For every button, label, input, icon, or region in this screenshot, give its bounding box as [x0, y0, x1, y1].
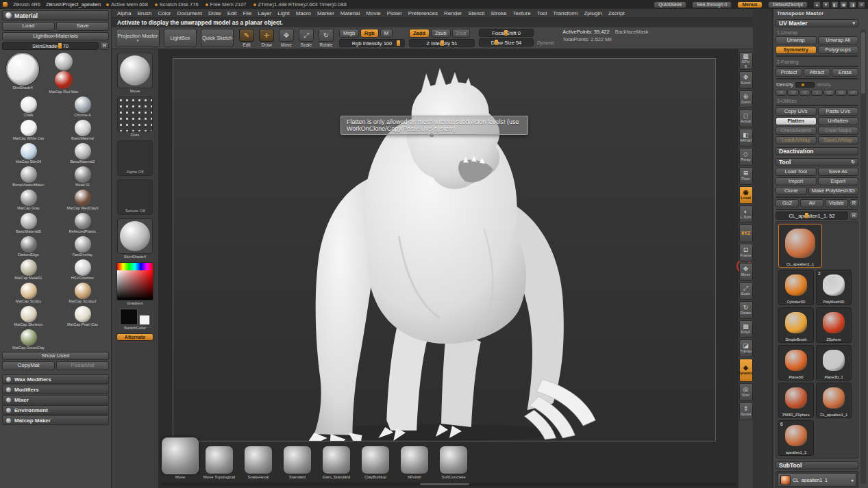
- refresh-icon[interactable]: ↻: [851, 159, 855, 165]
- density-control[interactable]: Density density.: [776, 81, 858, 88]
- projection-master-button[interactable]: Projection Master ▼: [116, 29, 160, 47]
- viewport-control-button[interactable]: ◐ L.Sym: [739, 205, 753, 223]
- scrollbar-handle[interactable]: [861, 32, 865, 94]
- transpose-master-title[interactable]: Transpose Master: [777, 10, 858, 16]
- material-swatch[interactable]: MatCap GreenClay: [2, 329, 55, 350]
- material-swatch[interactable]: MatCap WedClay0: [56, 189, 109, 211]
- main-color-swatch[interactable]: [120, 309, 138, 325]
- material-swatch[interactable]: MatCap Sculpy2: [56, 282, 109, 304]
- viewport-control-button[interactable]: ◎ Solo: [739, 383, 753, 401]
- material-load-button[interactable]: Load: [2, 22, 55, 31]
- brush-tray-item[interactable]: ClayBuildup: [358, 446, 393, 480]
- color-picker[interactable]: Gradient: [116, 262, 153, 305]
- attract-from-ambient-occlusion-button[interactable]: AttractFromAmbientOccl: [776, 78, 858, 79]
- current-material-slider[interactable]: SkinShade4. 70: [2, 42, 99, 50]
- menu-item[interactable]: Picker: [387, 10, 402, 16]
- density-multiplier-button[interactable]: /3: [787, 90, 798, 96]
- menu-item[interactable]: Color: [158, 10, 171, 16]
- brush-selector[interactable]: Move: [117, 53, 153, 93]
- zsub-button[interactable]: Zsub: [431, 29, 451, 38]
- unwrap-button[interactable]: Unwrap: [776, 36, 817, 44]
- density-multiplier-button[interactable]: x3: [835, 90, 846, 96]
- rgb-button[interactable]: Rgb: [360, 29, 379, 38]
- show-used-button[interactable]: Show Used: [2, 352, 109, 360]
- pastemat-button[interactable]: PasteMat: [56, 361, 109, 370]
- brush-tray-item[interactable]: Move Topological: [202, 446, 236, 480]
- viewport-control-button[interactable]: ⇕ Xpose: [739, 402, 753, 420]
- slider-handle[interactable]: [397, 40, 400, 46]
- slider-handle[interactable]: [441, 40, 444, 46]
- viewport-control-button[interactable]: ◈ Dynamic: [739, 359, 753, 382]
- mode-button[interactable]: ⤢ Scale: [297, 29, 315, 47]
- material-selector[interactable]: SkinShade4: [117, 218, 153, 259]
- viewport-control-button[interactable]: ↻ Rotate: [739, 301, 753, 319]
- menu-item[interactable]: Brush: [137, 10, 151, 16]
- tool-thumbnail[interactable]: Cylinder3D: [778, 270, 814, 305]
- erase-button[interactable]: Erase: [832, 68, 858, 77]
- material-section-header[interactable]: Mixer: [2, 395, 109, 404]
- tool-thumbnail[interactable]: CL_apealien1_1: [816, 383, 852, 418]
- brush-tray-item[interactable]: SoftConcrete: [436, 446, 471, 480]
- mode-button[interactable]: ↻ Rotate: [317, 29, 335, 47]
- lightbox-materials-button[interactable]: Lightbox›Materials: [2, 32, 109, 40]
- material-swatch[interactable]: Metal 01: [56, 166, 109, 188]
- menu-item[interactable]: Marker: [317, 10, 334, 16]
- tool-palette-header[interactable]: Tool ↻: [776, 158, 858, 166]
- symmetry-button[interactable]: Symmetry: [776, 46, 817, 54]
- window-control-icon[interactable]: ▼: [822, 1, 830, 8]
- save-as-button[interactable]: Save As: [818, 168, 859, 176]
- m-button[interactable]: M: [380, 29, 393, 38]
- goz-all-button[interactable]: All: [800, 199, 823, 207]
- menu-item[interactable]: Zplugin: [584, 10, 602, 16]
- tool-thumbnail[interactable]: 2 PolyMesh3D: [816, 270, 852, 305]
- quick-sketch-button[interactable]: Quick Sketch: [201, 29, 234, 47]
- menu-item[interactable]: Zscript: [608, 10, 625, 16]
- current-tool-slider[interactable]: CL_apealien1_1. 52: [776, 211, 848, 220]
- visibility-eye-icon[interactable]: ●: [851, 478, 854, 483]
- menu-item[interactable]: Texture: [512, 10, 530, 16]
- copymat-button[interactable]: CopyMat: [2, 361, 55, 370]
- mode-button[interactable]: ✥ Move: [277, 29, 295, 47]
- goz-r-button[interactable]: R: [850, 199, 858, 207]
- switch-color[interactable]: SwitchColor: [120, 309, 150, 330]
- material-swatch[interactable]: MatCap Metal01: [2, 259, 55, 281]
- density-multiplier-button[interactable]: x2: [823, 90, 834, 96]
- menu-item[interactable]: Tool: [537, 10, 547, 16]
- slider-handle[interactable]: [495, 40, 498, 45]
- material-palette-header[interactable]: Material: [2, 10, 109, 21]
- viewport-control-button[interactable]: ⊞ Floor: [739, 167, 753, 185]
- tool-thumbnail[interactable]: Plane3D_1: [816, 345, 852, 381]
- menu-item[interactable]: Transform: [553, 10, 578, 16]
- menu-item[interactable]: Layer: [258, 10, 271, 16]
- window-control-icon[interactable]: ◨: [849, 1, 856, 8]
- density-multiplier-button[interactable]: /2: [799, 90, 810, 96]
- brush-tray-item[interactable]: SnakeHook: [241, 446, 275, 480]
- material-swatch[interactable]: FastOverlay: [56, 235, 109, 257]
- viewport-control-button[interactable]: ▩ PolyF: [739, 320, 753, 338]
- slider-handle[interactable]: [802, 84, 804, 86]
- protect-button[interactable]: Protect: [776, 68, 802, 77]
- tool-thumbnail[interactable]: ZSphere: [816, 307, 852, 343]
- viewport-control-button[interactable]: ◇ Persp: [739, 148, 753, 166]
- work-on-clone-button[interactable]: Work On Clone: [776, 105, 858, 106]
- material-swatch[interactable]: BasicMaterialB: [2, 212, 55, 234]
- attract-button[interactable]: Attract: [804, 68, 830, 77]
- stroke-selector[interactable]: Dots: [117, 97, 153, 137]
- material-section-header[interactable]: Wax Modifiers: [2, 374, 109, 384]
- viewport-control-button[interactable]: ✥ Move: [739, 263, 753, 281]
- density-multiplier-button[interactable]: x4: [847, 90, 858, 96]
- material-swatch-redwax[interactable]: MatCap Red Wax: [45, 53, 83, 94]
- density-slider[interactable]: [795, 82, 815, 88]
- material-swatch[interactable]: MatCap White Cav: [2, 119, 55, 141]
- material-save-button[interactable]: Save: [56, 22, 109, 31]
- canvas-horizontal-scrollbar[interactable]: [162, 483, 736, 486]
- menu-item[interactable]: Document: [177, 10, 202, 16]
- clear-maps-button[interactable]: Clear Maps: [818, 127, 859, 135]
- goz-button[interactable]: GoZ: [776, 199, 799, 207]
- density-multiplier-button[interactable]: 1: [811, 90, 822, 96]
- material-swatch[interactable]: MatCap Skeleton: [2, 305, 55, 327]
- material-swatch[interactable]: BumpViewerMateri: [2, 166, 55, 188]
- gradient-picker-icon[interactable]: [116, 262, 153, 300]
- viewport-control-button[interactable]: ⊡ Frame: [739, 244, 753, 261]
- material-section-header[interactable]: Environment: [2, 405, 109, 415]
